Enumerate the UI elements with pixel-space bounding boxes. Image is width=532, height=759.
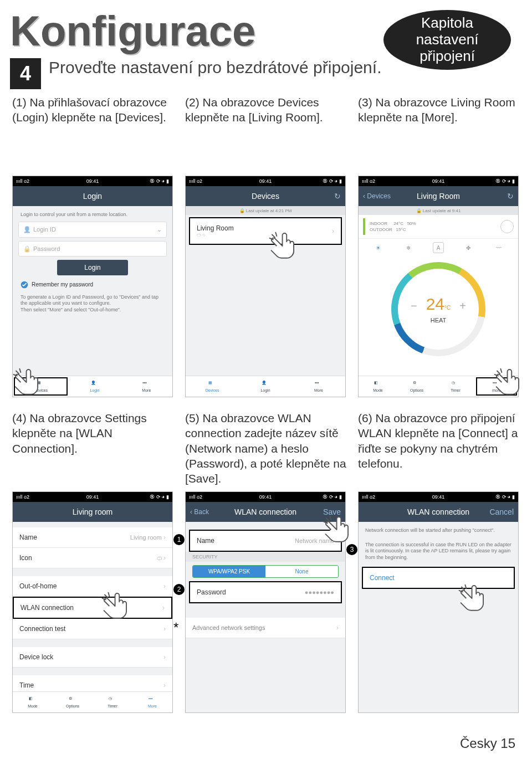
phone-wlan-connect: ıııll o209:41⦿ ⟳ ◑ ▮ WLAN connection Can… [358, 491, 519, 713]
row-conn-test[interactable]: Connection test› [13, 619, 172, 639]
login-id-placeholder: Login ID [33, 226, 56, 233]
user-icon: 👤 [23, 226, 30, 233]
phone-settings: ıııll o209:41⦿ ⟳ ◑ ▮ Living room NameLiv… [12, 491, 173, 713]
row-wlan[interactable]: WLAN connection› [13, 597, 172, 619]
tab-devices[interactable]: ▦Devices [186, 376, 239, 397]
user-icon: 👤 [262, 381, 269, 388]
navbar-room: ‹ Devices Living Room ↻ [359, 186, 518, 206]
security-header: SECURITY [186, 552, 345, 562]
password-input[interactable]: 🔒 Password [18, 241, 167, 257]
dots-icon: ••• [142, 381, 150, 388]
row-device-lock[interactable]: Device lock› [13, 647, 172, 668]
login-note: To generate a Login ID and Password, go … [13, 294, 172, 314]
refresh-icon[interactable]: ↻ [334, 192, 341, 201]
snow-icon[interactable]: ❄ [403, 242, 414, 253]
bottom-tabs: ◧Mode ⚙Options ◷Timer •••More [13, 691, 172, 712]
asterisk-icon: * [173, 620, 178, 635]
last-update: 🔒 Last update at 9:41 [359, 206, 518, 215]
status-time: 09:41 [13, 178, 172, 184]
row-icon[interactable]: Icon⬭ › [13, 548, 172, 568]
status-bar: ıııll o2 09:41 ⦿ ⟳ ◑ ▮ [13, 176, 172, 186]
tap-hand-icon [7, 365, 43, 400]
tab-timer[interactable]: ◷Timer [436, 376, 475, 397]
password-value: ●●●●●●●● [305, 589, 334, 596]
status-bar: ıııll o209:41⦿ ⟳ ◑ ▮ [186, 176, 345, 186]
last-update: 🔒 Last update at 4:21 PM [186, 206, 345, 215]
navbar-title: WLAN connection [407, 507, 469, 516]
sun-icon[interactable]: ☀ [372, 242, 383, 253]
cell-3: (3) Na obrazovce Living Room klepněte na… [358, 95, 520, 397]
security-segment[interactable]: WPA/WPA2 PSK None [192, 565, 339, 578]
navbar-title: Login [83, 192, 102, 201]
tap-hand-icon [263, 228, 299, 264]
tab-more[interactable]: •••More [292, 376, 345, 397]
fan-icon[interactable]: ✤ [463, 242, 474, 253]
refresh-icon[interactable]: ↻ [507, 192, 514, 201]
step-instruction: Proveďte nastavení pro bezdrátové připoj… [49, 58, 381, 77]
password-placeholder: Password [33, 245, 60, 252]
connect-note-2: The connection is successful in case the… [359, 540, 518, 567]
caption-5: (5) Na obrazovce WLAN connection zadejte… [185, 411, 347, 488]
chapter-badge: Kapitola nastavení připojení [383, 10, 511, 70]
tab-mode[interactable]: ◧Mode [13, 692, 53, 712]
tab-more[interactable]: •••More [132, 692, 172, 712]
navbar-title: Devices [252, 192, 279, 201]
tab-login[interactable]: 👤Login [239, 376, 292, 397]
phone-login: ıııll o2 09:41 ⦿ ⟳ ◑ ▮ Login Login to co… [12, 176, 173, 397]
login-id-input[interactable]: 👤 Login ID ⌄ [18, 222, 167, 238]
plus-button[interactable]: + [451, 300, 475, 312]
remember-label: Remember my password [32, 281, 93, 288]
tab-more[interactable]: •••More [121, 376, 172, 397]
navbar-settings: Living room [13, 502, 172, 522]
tab-mode[interactable]: ◧Mode [359, 376, 397, 397]
lock-icon: 🔒 [23, 245, 30, 252]
tab-login[interactable]: 👤Login [69, 376, 120, 397]
temperature-dial[interactable]: −24°C+ HEAT [391, 262, 485, 356]
login-button[interactable]: Login [57, 260, 128, 275]
power-button[interactable] [500, 220, 514, 233]
tap-hand-icon [318, 512, 353, 547]
tab-options[interactable]: ⚙Options [53, 692, 93, 712]
navbar-login: Login [13, 186, 172, 206]
tap-hand-icon [488, 365, 524, 400]
caption-3: (3) Na obrazovce Living Room klepněte na… [358, 95, 520, 172]
row-password[interactable]: Password ●●●●●●●● [189, 581, 342, 603]
seg-none[interactable]: None [265, 566, 338, 577]
check-icon[interactable] [21, 281, 28, 289]
status-bar: ıııll o209:41⦿ ⟳ ◑ ▮ [359, 492, 518, 502]
status-indicator [363, 218, 365, 235]
grid-icon: ▦ [208, 381, 216, 388]
tab-timer[interactable]: ◷Timer [93, 692, 132, 712]
auto-icon[interactable]: A [433, 242, 444, 253]
connect-button[interactable]: Connect [362, 567, 515, 589]
caption-6: (6) Na obrazovce pro připojení WLAN klep… [358, 411, 520, 488]
cell-5: (5) Na obrazovce WLAN connection zadejte… [185, 411, 347, 713]
cell-2: (2) Na obrazovce Devices klepněte na [Li… [185, 95, 347, 397]
cancel-button[interactable]: Cancel [489, 507, 514, 516]
user-icon: 👤 [91, 381, 99, 388]
step-number-badge: 4 [10, 58, 41, 89]
dots-icon: ••• [315, 381, 323, 388]
tab-options[interactable]: ⚙Options [397, 376, 436, 397]
login-description: Login to control your unit from a remote… [13, 206, 172, 218]
minus-button[interactable]: − [402, 300, 426, 312]
row-advanced[interactable]: * Advanced network settings› [186, 618, 345, 638]
caption-4: (4) Na obrazovce Settings klepněte na [W… [12, 411, 174, 488]
chevron-right-icon: › [332, 227, 334, 235]
chapter-line3: připojení [420, 48, 475, 65]
row-out-of-home[interactable]: Out-of-home› [13, 576, 172, 597]
row-name[interactable]: NameLiving room › [13, 527, 172, 548]
back-button[interactable]: ‹ Back [190, 508, 209, 516]
back-button[interactable]: ‹ Devices [363, 192, 391, 200]
annotation-1: 1 [173, 534, 185, 545]
cell-1: (1) Na přihlašovací obrazovce (Login) kl… [12, 95, 174, 397]
status-bar: ıııll o209:41⦿ ⟳ ◑ ▮ [13, 492, 172, 502]
caption-2: (2) Na obrazovce Devices klepněte na [Li… [185, 95, 347, 172]
annotation-2: 2 [173, 584, 185, 595]
chapter-line1: Kapitola [421, 15, 473, 32]
mode-label: HEAT [431, 317, 447, 324]
wave-icon[interactable]: 〰 [493, 242, 504, 253]
caption-1: (1) Na přihlašovací obrazovce (Login) kl… [12, 95, 174, 172]
mode-icon: ◧ [374, 381, 382, 388]
seg-wpa[interactable]: WPA/WPA2 PSK [193, 566, 265, 577]
